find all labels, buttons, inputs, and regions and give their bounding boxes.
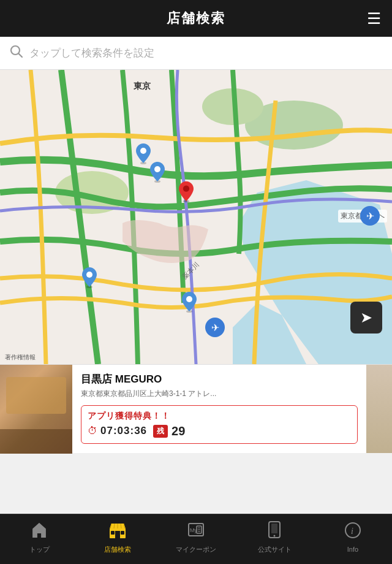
timer-clock: ⏱ 07:03:36 [88,425,147,437]
map-marker-blue-4[interactable] [181,291,198,313]
store-icon [108,521,127,543]
timer-value: 07:03:36 [100,425,147,437]
svg-point-9 [140,148,146,154]
svg-text:i: i [351,527,353,536]
nav-label-info: Info [347,546,358,553]
svg-rect-20 [111,531,115,535]
nav-item-my-coupon[interactable]: My マイクーポン [157,514,235,564]
svg-rect-35 [271,524,277,533]
remaining-label: 残 [153,425,168,438]
airport-icon-2: ✈ [360,206,380,226]
svg-line-1 [19,53,23,57]
svg-point-17 [186,296,192,302]
search-bar[interactable]: タップして検索条件を設定 [0,37,392,70]
my-coupon-icon: My [187,521,205,543]
map-container[interactable]: 東京 東京都東京へ 薬本川 著作権情報 ✈ ✈ ➤ [0,70,392,364]
coupon-box[interactable]: アプリ獲得特典！！ ⏱ 07:03:36 残 29 [81,405,358,444]
map-label-tokyo: 東京 [134,81,151,92]
bottom-navigation: トップ 店舗検索 My [0,514,392,564]
nav-label-official-site: 公式サイト [258,545,292,554]
svg-rect-21 [121,531,124,535]
search-placeholder-text: タップして検索条件を設定 [29,46,154,60]
navigation-arrow-icon: ➤ [360,309,372,326]
home-icon [31,521,48,543]
store-card[interactable]: 目黒店 MEGURO 東京都東京都品川区上大崎3-1-1 アトレ... アプリ獲… [0,364,392,453]
menu-icon[interactable]: ☰ [367,9,381,28]
svg-point-13 [183,186,189,192]
nav-item-info[interactable]: i Info [314,514,392,564]
svg-point-11 [154,166,160,172]
svg-point-34 [274,535,276,536]
timer-remaining: 残 29 [153,424,185,438]
airport-icon-1: ✈ [205,318,225,337]
store-right-thumbnail [366,365,392,453]
header: 店舗検索 ☰ [0,0,392,37]
coupon-title: アプリ獲得特典！！ [88,411,351,422]
remaining-count: 29 [172,424,185,438]
nav-item-official-site[interactable]: 公式サイト [235,514,314,564]
nav-item-top[interactable]: トップ [0,514,78,564]
info-icon: i [344,522,361,543]
map-marker-blue-2[interactable] [149,161,166,183]
svg-point-15 [86,272,92,278]
map-navigation-button[interactable]: ➤ [350,302,382,333]
nav-label-my-coupon: マイクーポン [176,545,216,554]
map-label-chosakuken: 著作権情報 [5,353,36,362]
store-name: 目黒店 MEGURO [81,372,358,386]
coupon-timer: ⏱ 07:03:36 残 29 [88,424,351,438]
nav-label-store-search: 店舗検索 [104,545,131,554]
store-image [0,365,72,454]
nav-item-store-search[interactable]: 店舗検索 [78,514,157,564]
store-address: 東京都東京都品川区上大崎3-1-1 アトレ... [81,389,358,399]
nav-label-top: トップ [29,545,50,554]
store-info: 目黒店 MEGURO 東京都東京都品川区上大崎3-1-1 アトレ... アプリ獲… [72,365,366,453]
map-marker-blue-3[interactable] [81,266,98,288]
search-icon [10,45,23,62]
map-marker-red-main[interactable] [178,180,195,202]
svg-rect-19 [115,531,120,538]
smartphone-icon [268,521,281,543]
page-title: 店舗検索 [167,9,225,28]
clock-icon: ⏱ [88,425,97,436]
